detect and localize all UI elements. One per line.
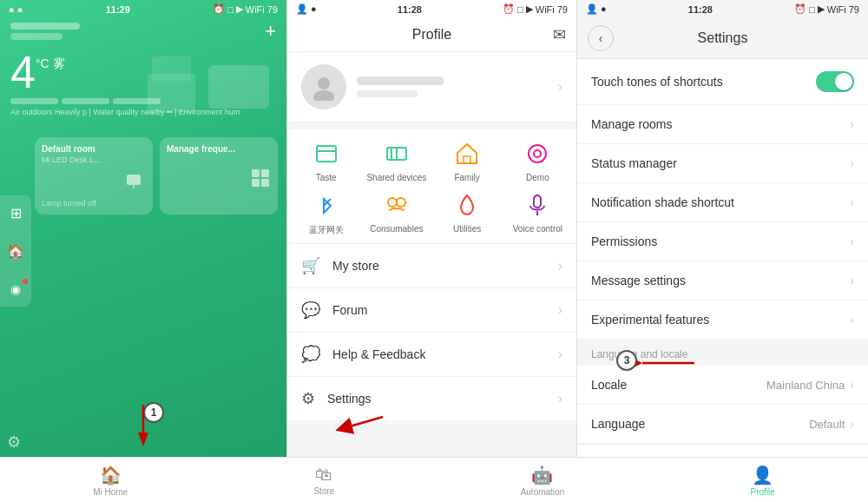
menu-forum[interactable]: 💬 Forum › (287, 288, 576, 333)
settings-notification-shade[interactable]: Notification shade shortcut › (577, 183, 868, 222)
panel3-status-icons: ⏰□▶WiFi 79 (794, 3, 859, 15)
panel2-battery: 79 (557, 4, 568, 15)
voice-label: Voice control (513, 224, 562, 234)
permissions-label: Permissions (591, 234, 657, 248)
panel2-nav-store[interactable]: 🛍 Store (313, 465, 334, 497)
family-label: Family (454, 173, 479, 182)
panel1-add-button[interactable]: + (265, 20, 276, 43)
panel3-battery: 79 (849, 4, 859, 15)
avatar (301, 64, 346, 109)
panel3-carrier: 👤 ● (586, 3, 607, 15)
status-manager-label: Status manager (591, 156, 677, 170)
menu-icons-grid: Taste Shared devices Family Demo (287, 129, 576, 244)
bluetooth-icon (311, 189, 342, 221)
help-chevron: › (558, 347, 562, 362)
message-settings-label: Message settings (591, 274, 686, 287)
panel1-status-bar: ● ● 11:29 ⏰ □ ▶ WiFi 79 (0, 0, 286, 18)
panel1-settings-icon[interactable]: ⚙ (7, 433, 21, 452)
menu-list: 🛒 My store › 💬 Forum › 💭 Help & Feedback… (287, 244, 576, 420)
consumables-label: Consumables (370, 224, 423, 234)
language-right: Default › (809, 417, 854, 431)
taste-label: Taste (316, 173, 337, 182)
menu-item-taste[interactable]: Taste (294, 138, 358, 182)
settings-language[interactable]: Language Default › (577, 405, 868, 444)
panel2-title: Profile (412, 27, 451, 43)
menu-item-utilities[interactable]: Utilities (436, 189, 499, 236)
help-label: Help & Feedback (332, 347, 558, 361)
settings-label: Settings (327, 392, 558, 406)
forum-label: Forum (332, 303, 558, 317)
demo-icon (522, 138, 553, 169)
bg-decoration (139, 48, 278, 138)
menu-settings[interactable]: ⚙ Settings 2 › (287, 377, 576, 420)
panel2-status-icons: ⏰□▶WiFi 79 (503, 3, 568, 15)
profile-user-row[interactable]: › (287, 52, 576, 122)
panel-settings: 👤 ● 11:28 ⏰□▶WiFi 79 ‹ Settings Touch to… (577, 0, 868, 502)
panel1-header: + (0, 18, 286, 50)
panel1-status-icons: ⏰ □ ▶ WiFi 79 (213, 3, 278, 15)
menu-item-consumables[interactable]: Consumables (365, 189, 428, 236)
locale-value: Mainland China (766, 379, 845, 392)
profile-chevron-icon: › (558, 79, 562, 95)
sidebar-home-icon[interactable]: 🏠 (5, 241, 26, 261)
bluetooth-label: 蓝牙网关 (309, 224, 344, 236)
svg-point-12 (313, 90, 334, 101)
settings-chevron: › (558, 391, 562, 406)
notification-shade-chevron: › (850, 195, 854, 209)
panel2-header: Profile ✉ (287, 18, 576, 52)
menu-item-shared[interactable]: Shared devices (365, 138, 428, 182)
svg-rect-2 (152, 56, 191, 81)
touch-tones-toggle[interactable] (816, 71, 854, 92)
back-button[interactable]: ‹ (588, 25, 614, 51)
settings-touch-tones[interactable]: Touch tones of shortcuts (577, 59, 868, 105)
sidebar-signal-icon[interactable]: ◉ (5, 279, 26, 300)
utilities-label: Utilities (453, 224, 481, 234)
locale-label: Locale (591, 378, 627, 392)
device-card-default[interactable]: Default room Mi LED Desk L... Lamp turne… (35, 137, 153, 215)
settings-icon: ⚙ (301, 389, 315, 408)
device-room: Default room (42, 144, 146, 154)
menu-item-voice[interactable]: Voice control (506, 189, 569, 236)
settings-manage-rooms[interactable]: Manage rooms › (577, 105, 868, 144)
settings-status-manager[interactable]: Status manager › (577, 144, 868, 183)
settings-message[interactable]: Message settings › (577, 261, 868, 301)
settings-experimental[interactable]: Experimental features › (577, 301, 868, 340)
settings-locale[interactable]: Locale 3 Mainland China › (577, 366, 868, 405)
manage-rooms-label: Manage rooms (591, 117, 672, 131)
consumables-icon (381, 189, 412, 221)
panel1-time: 11:29 (106, 4, 130, 15)
panel-profile: 👤 ● 11:28 ⏰□▶WiFi 79 Profile ✉ › (286, 0, 577, 502)
menu-item-family[interactable]: Family (436, 138, 499, 182)
demo-label: Demo (526, 173, 549, 182)
taste-icon (311, 138, 342, 169)
panel2-nav-automation[interactable]: 🤖 Automation (521, 465, 565, 497)
manage-rooms-chevron: › (850, 117, 854, 131)
svg-rect-5 (252, 169, 260, 177)
svg-point-22 (388, 198, 397, 207)
temp-unit: °C 雾 (36, 56, 65, 72)
menu-item-bluetooth[interactable]: 蓝牙网关 (294, 189, 358, 236)
settings-permissions[interactable]: Permissions › (577, 222, 868, 261)
arrow-2 (335, 413, 387, 442)
menu-helpfeedback[interactable]: 💭 Help & Feedback › (287, 333, 576, 377)
user-info (357, 76, 558, 97)
svg-rect-0 (208, 65, 269, 109)
settings-list: Touch tones of shortcuts Manage rooms › … (577, 59, 868, 502)
menu-mystore[interactable]: 🛒 My store › (287, 244, 576, 288)
svg-point-19 (529, 145, 546, 162)
p2-store-icon: 🛍 (315, 465, 332, 485)
device-card-manage[interactable]: Manage freque... (160, 137, 278, 215)
shared-label: Shared devices (366, 173, 426, 182)
svg-rect-7 (252, 179, 260, 187)
mystore-chevron: › (558, 258, 562, 274)
mail-icon[interactable]: ✉ (553, 25, 566, 44)
sidebar-grid-icon[interactable]: ⊞ (5, 202, 26, 223)
panel3-title: Settings (614, 30, 832, 46)
panel3-header: ‹ Settings (577, 18, 868, 59)
language-chevron: › (850, 417, 854, 431)
help-icon: 💭 (301, 345, 320, 364)
menu-item-demo[interactable]: Demo (506, 138, 569, 182)
svg-rect-8 (261, 179, 269, 187)
device-model: Mi LED Desk L... (42, 155, 146, 164)
svg-point-11 (318, 77, 330, 89)
